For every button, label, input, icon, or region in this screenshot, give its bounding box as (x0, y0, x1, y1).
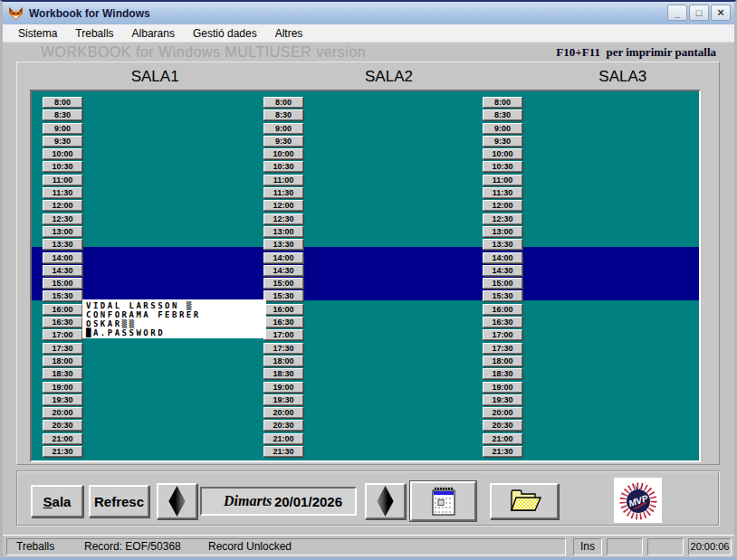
time-slot-button[interactable]: 20:30 (483, 420, 522, 431)
time-slot-button[interactable]: 12:30 (483, 214, 522, 224)
time-slot-button[interactable]: 13:00 (263, 226, 303, 237)
time-slot-button[interactable]: 19:00 (43, 382, 82, 393)
time-slot-button[interactable]: 15:30 (263, 290, 303, 301)
title-bar[interactable]: Workbook for Windows _ □ × (3, 2, 734, 25)
time-slot-button[interactable]: 21:00 (263, 433, 303, 444)
time-slot-button[interactable]: 10:00 (43, 148, 82, 159)
time-slot-button[interactable]: 18:30 (483, 368, 522, 379)
time-slot-button[interactable]: 16:00 (43, 304, 82, 315)
time-slot-button[interactable]: 18:00 (483, 356, 522, 366)
time-slot-button[interactable]: 12:00 (263, 200, 303, 211)
time-slot-button[interactable]: 14:30 (263, 265, 303, 276)
time-slot-button[interactable]: 17:30 (483, 343, 522, 354)
time-slot-button[interactable]: 13:30 (263, 239, 303, 250)
time-slot-button[interactable]: 21:00 (43, 433, 82, 444)
time-slot-button[interactable]: 18:00 (43, 356, 82, 366)
time-slot-button[interactable]: 9:30 (43, 136, 82, 147)
time-slot-button[interactable]: 20:00 (43, 407, 82, 418)
previous-day-button[interactable] (157, 483, 197, 519)
time-slot-button[interactable]: 10:00 (263, 148, 303, 159)
menu-item[interactable]: Gestió dades (185, 25, 265, 42)
time-slot-button[interactable]: 8:30 (263, 109, 303, 120)
time-slot-button[interactable]: 15:00 (483, 278, 522, 289)
time-slot-button[interactable]: 12:00 (483, 200, 522, 211)
time-slot-button[interactable]: 15:30 (43, 290, 82, 301)
time-slot-button[interactable]: 18:00 (263, 356, 303, 366)
time-slot-button[interactable]: 21:30 (263, 446, 303, 457)
time-slot-button[interactable]: 9:00 (483, 123, 522, 134)
time-slot-button[interactable]: 13:30 (483, 239, 522, 250)
time-slot-button[interactable]: 11:30 (43, 187, 82, 198)
time-slot-button[interactable]: 14:00 (483, 252, 522, 263)
time-slot-button[interactable]: 10:00 (483, 148, 522, 159)
time-slot-button[interactable]: 19:30 (263, 394, 303, 405)
time-slot-button[interactable]: 16:00 (263, 304, 303, 315)
menu-item[interactable]: Treballs (67, 25, 121, 42)
time-slot-button[interactable]: 19:30 (483, 394, 522, 405)
minimize-button[interactable]: _ (667, 5, 687, 21)
time-slot-button[interactable]: 16:00 (483, 304, 522, 315)
time-slot-button[interactable]: 15:30 (483, 290, 522, 301)
menu-item[interactable]: Albarans (124, 25, 183, 42)
time-slot-button[interactable]: 19:30 (43, 394, 82, 405)
time-slot-button[interactable]: 10:30 (483, 161, 522, 172)
close-button[interactable]: × (711, 5, 731, 21)
time-slot-button[interactable]: 10:30 (263, 161, 303, 172)
booking-entry-box[interactable]: VIDAL LARSSON ▒CONFORAMA FEBREROSKAR▒▒█A… (82, 299, 266, 338)
time-slot-button[interactable]: 17:00 (483, 329, 522, 340)
time-slot-button[interactable]: 17:30 (263, 343, 303, 354)
time-slot-button[interactable]: 19:00 (483, 382, 522, 393)
time-slot-button[interactable]: 14:00 (263, 252, 303, 263)
time-slot-button[interactable]: 15:00 (263, 278, 303, 289)
calendar-button[interactable] (410, 481, 476, 521)
time-slot-button[interactable]: 9:00 (263, 123, 303, 134)
time-slot-button[interactable]: 11:00 (263, 175, 303, 185)
sala-button[interactable]: Sala (31, 485, 83, 517)
time-slot-button[interactable]: 12:00 (43, 200, 82, 211)
time-slot-button[interactable]: 9:30 (263, 136, 303, 147)
time-slot-button[interactable]: 16:30 (483, 317, 522, 327)
time-slot-button[interactable]: 17:30 (43, 343, 82, 354)
time-slot-button[interactable]: 17:00 (43, 329, 82, 340)
maximize-button[interactable]: □ (689, 5, 709, 21)
time-slot-button[interactable]: 17:00 (263, 329, 303, 340)
time-slot-button[interactable]: 11:30 (263, 187, 303, 198)
time-slot-button[interactable]: 13:30 (43, 239, 82, 250)
time-slot-button[interactable]: 18:30 (263, 368, 303, 379)
time-slot-button[interactable]: 11:00 (483, 175, 522, 185)
time-slot-button[interactable]: 21:30 (483, 446, 522, 457)
time-slot-button[interactable]: 14:00 (43, 252, 82, 263)
time-slot-button[interactable]: 18:30 (43, 368, 82, 379)
time-slot-button[interactable]: 21:00 (483, 433, 522, 444)
time-slot-button[interactable]: 8:00 (483, 97, 522, 108)
time-slot-button[interactable]: 8:00 (263, 97, 303, 108)
refresh-button[interactable]: Refresc (89, 485, 149, 517)
time-slot-button[interactable]: 12:30 (43, 214, 82, 224)
time-slot-button[interactable]: 13:00 (483, 226, 522, 237)
time-slot-button[interactable]: 14:30 (483, 265, 522, 276)
time-slot-button[interactable]: 9:30 (483, 136, 522, 147)
time-slot-button[interactable]: 20:30 (263, 420, 303, 431)
time-slot-button[interactable]: 8:30 (43, 109, 82, 120)
time-slot-button[interactable]: 20:30 (43, 420, 82, 431)
time-slot-button[interactable]: 11:00 (43, 175, 82, 185)
time-slot-button[interactable]: 19:00 (263, 382, 303, 393)
time-slot-button[interactable]: 14:30 (43, 265, 82, 276)
time-slot-button[interactable]: 20:00 (483, 407, 522, 418)
time-slot-button[interactable]: 10:30 (43, 161, 82, 172)
next-day-button[interactable] (365, 483, 406, 519)
menu-item[interactable]: Altres (267, 25, 311, 42)
time-slot-button[interactable]: 12:30 (263, 214, 303, 224)
time-slot-button[interactable]: 11:30 (483, 187, 522, 198)
time-slot-button[interactable]: 16:30 (263, 317, 303, 327)
time-slot-button[interactable]: 21:30 (43, 446, 82, 457)
time-slot-button[interactable]: 9:00 (43, 123, 82, 134)
menu-item[interactable]: Sistema (10, 25, 65, 42)
time-slot-button[interactable]: 15:00 (43, 278, 82, 289)
time-slot-button[interactable]: 8:00 (43, 97, 82, 108)
time-slot-button[interactable]: 20:00 (263, 407, 303, 418)
folder-button[interactable] (490, 483, 559, 519)
time-slot-button[interactable]: 8:30 (483, 109, 522, 120)
time-slot-button[interactable]: 16:30 (43, 317, 82, 327)
time-slot-button[interactable]: 13:00 (43, 226, 82, 237)
